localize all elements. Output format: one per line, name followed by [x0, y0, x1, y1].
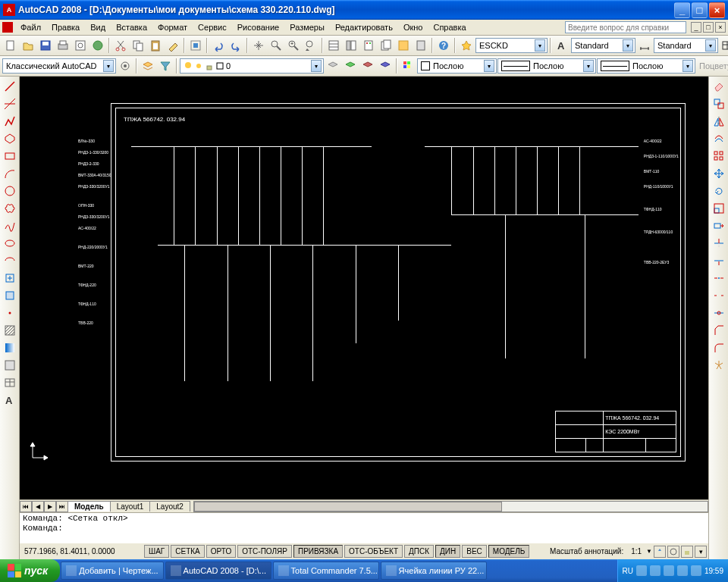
join-tool[interactable] [711, 305, 727, 321]
taskbar-item-3[interactable]: Total Commander 7.5... [273, 562, 379, 580]
plot-button[interactable] [55, 37, 71, 54]
menu-format[interactable]: Формат [153, 21, 192, 33]
mdi-restore-button[interactable]: □ [703, 22, 714, 33]
menu-edit[interactable]: Правка [47, 21, 84, 33]
tab-last-button[interactable]: ⏭ [56, 501, 68, 512]
otrack-toggle[interactable]: ОТС-ОБЪЕКТ [344, 545, 403, 558]
break-at-point-tool[interactable] [711, 270, 727, 286]
layer-combo[interactable]: 0▾ [180, 58, 324, 74]
copy-tool[interactable] [711, 95, 727, 112]
table-style-icon[interactable] [719, 37, 728, 54]
layer-properties-button[interactable] [140, 58, 156, 74]
window-close-button[interactable]: × [709, 2, 725, 18]
taskbar-item-1[interactable]: Добавить | Чертеж... [61, 562, 163, 580]
status-lock-icon[interactable] [681, 546, 693, 558]
make-block-tool[interactable] [2, 287, 18, 304]
fillet-tool[interactable] [711, 340, 727, 356]
spline-tool[interactable] [2, 217, 18, 234]
copy-button[interactable] [130, 37, 146, 54]
tool-palettes-button[interactable] [360, 37, 377, 54]
standards-icon[interactable] [458, 37, 475, 54]
pan-button[interactable] [250, 37, 267, 54]
workspace-combo[interactable]: Классический AutoCAD▾ [2, 58, 116, 74]
dim-style-icon[interactable] [636, 37, 653, 54]
model-toggle[interactable]: МОДЕЛЬ [488, 545, 529, 558]
taskbar-item-2[interactable]: AutoCAD 2008 - [D:\... [165, 562, 271, 580]
drawing-canvas[interactable]: ТПЖА 566742. 032.94 [20, 77, 708, 499]
publish-button[interactable] [89, 37, 106, 54]
tab-layout1[interactable]: Layout1 [110, 501, 151, 512]
layer-previous-button[interactable] [325, 58, 341, 74]
start-button[interactable]: пуск [0, 559, 60, 582]
mirror-tool[interactable] [711, 113, 727, 130]
tray-icon[interactable] [650, 565, 661, 576]
clock[interactable]: 19:59 [704, 567, 723, 575]
color-combo[interactable]: Послою▾ [417, 58, 497, 74]
layer-iso-button[interactable] [359, 58, 376, 74]
layer-match-button[interactable] [377, 58, 394, 74]
standards-combo[interactable]: ESCKD▾ [475, 38, 548, 53]
help-search-input[interactable] [565, 21, 686, 33]
window-minimize-button[interactable]: _ [674, 2, 690, 18]
save-button[interactable] [37, 37, 54, 54]
tab-first-button[interactable]: ⏮ [20, 501, 32, 512]
tray-network-icon[interactable] [691, 565, 701, 576]
zoom-window-button[interactable]: + [285, 37, 302, 54]
mdi-close-button[interactable]: × [715, 22, 726, 33]
system-tray[interactable]: RU 19:59 [617, 559, 728, 582]
stretch-tool[interactable] [711, 217, 727, 234]
insert-block-tool[interactable] [2, 270, 18, 286]
sheet-set-manager-button[interactable] [378, 37, 394, 54]
explode-tool[interactable] [711, 357, 727, 374]
dyn-toggle[interactable]: ДИН [435, 545, 460, 558]
menu-view[interactable]: Вид [86, 21, 110, 33]
new-button[interactable] [2, 37, 19, 54]
lineweight-combo[interactable]: Послою▾ [597, 58, 695, 74]
tray-volume-icon[interactable] [677, 565, 688, 576]
osnap-toggle[interactable]: ПРИВЯЗКА [293, 545, 343, 558]
mdi-minimize-button[interactable]: _ [691, 22, 701, 33]
move-tool[interactable] [711, 165, 727, 182]
redo-button[interactable] [228, 37, 244, 54]
ellipse-tool[interactable] [2, 235, 18, 252]
horizontal-scrollbar[interactable] [193, 501, 708, 512]
region-tool[interactable] [2, 357, 18, 374]
chamfer-tool[interactable] [711, 322, 727, 339]
open-button[interactable] [20, 37, 36, 54]
grid-toggle[interactable]: СЕТКА [171, 545, 205, 558]
status-tray-icon[interactable]: ▾ [695, 546, 707, 558]
dim-style-combo[interactable]: Standard▾ [654, 38, 718, 53]
tab-model[interactable]: Модель [67, 501, 111, 512]
language-indicator[interactable]: RU [623, 567, 633, 575]
ducs-toggle[interactable]: ДПСК [404, 545, 434, 558]
extend-tool[interactable] [711, 252, 727, 269]
layer-filter-button[interactable] [157, 58, 174, 74]
undo-button[interactable] [210, 37, 227, 54]
mtext-tool[interactable]: A [2, 392, 18, 408]
paste-button[interactable] [147, 37, 164, 54]
properties-button[interactable] [325, 37, 342, 54]
scale-tool[interactable] [711, 200, 727, 217]
linetype-combo[interactable]: Послою▾ [497, 58, 596, 74]
help-icon[interactable]: ? [435, 37, 452, 54]
plot-preview-button[interactable] [72, 37, 89, 54]
block-editor-button[interactable] [187, 37, 204, 54]
quick-calc-button[interactable] [413, 37, 429, 54]
menu-window[interactable]: Окно [399, 21, 428, 33]
rectangle-tool[interactable] [2, 148, 18, 164]
layer-states-button[interactable] [342, 58, 359, 74]
coordinates-display[interactable]: 577.1966, 81.4011, 0.0000 [21, 547, 143, 555]
table-tool[interactable] [2, 374, 18, 391]
polar-toggle[interactable]: ОТС-ПОЛЯР [237, 545, 292, 558]
line-tool[interactable] [2, 78, 18, 95]
zoom-previous-button[interactable] [303, 37, 319, 54]
tab-next-button[interactable]: ▶ [44, 501, 56, 512]
offset-tool[interactable] [711, 130, 727, 147]
workspace-settings-button[interactable] [117, 58, 133, 74]
window-maximize-button[interactable]: □ [692, 2, 708, 18]
polyline-tool[interactable] [2, 113, 18, 130]
ellipse-arc-tool[interactable] [2, 252, 18, 269]
construction-line-tool[interactable] [2, 95, 18, 112]
ortho-toggle[interactable]: ОРТО [206, 545, 236, 558]
tab-prev-button[interactable]: ◀ [32, 501, 44, 512]
